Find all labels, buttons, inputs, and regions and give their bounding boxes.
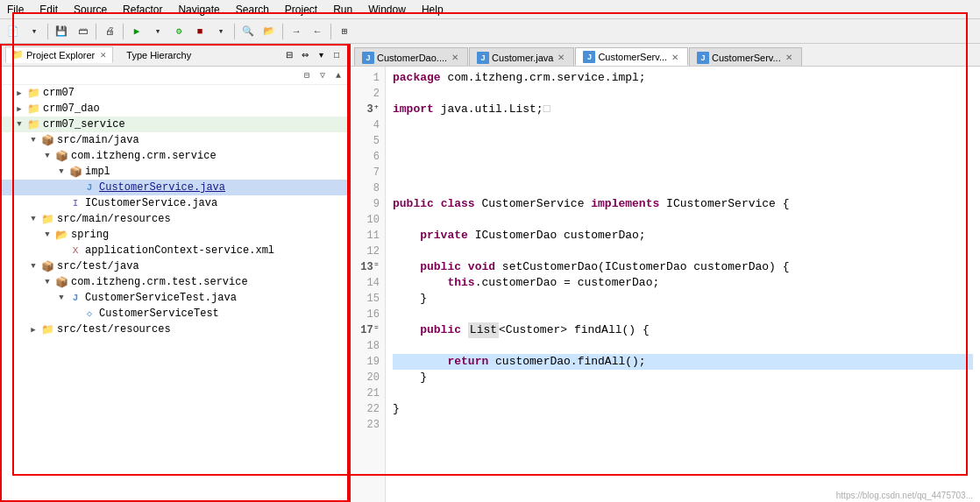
toolbar-save-all[interactable]: 🗃 [73, 22, 92, 41]
line-num-1: 1 [358, 70, 380, 86]
toolbar-new[interactable]: 📄 [4, 22, 23, 41]
tree-main[interactable]: ▶ 📁 crm07 ▶ 📁 crm07_dao ▼ 📁 crm07_servi [0, 85, 349, 502]
toolbar-debug[interactable]: ⚙ [169, 22, 188, 41]
tree-node-package-test[interactable]: ▼ 📦 com.itzheng.crm.test.service [0, 274, 349, 290]
expand-arrow[interactable]: ▼ [56, 166, 67, 177]
code-line-23 [393, 417, 973, 433]
tab-close-icon[interactable]: ✕ [450, 53, 460, 63]
close-icon[interactable]: ✕ [100, 51, 107, 60]
keyword-public: public [393, 196, 434, 212]
keyword-void: void [468, 259, 495, 275]
tab-close-icon[interactable]: ✕ [784, 53, 794, 63]
menu-edit[interactable]: Edit [36, 4, 61, 16]
expand-arrow[interactable]: ▼ [14, 119, 25, 130]
menu-run[interactable]: Run [330, 4, 356, 16]
code-text: java.util.List; [434, 102, 543, 117]
menu-window[interactable]: Window [365, 4, 409, 16]
toolbar-sep3 [123, 24, 124, 39]
code-line-5 [393, 133, 973, 149]
maximize-btn[interactable]: □ [330, 48, 344, 62]
tree-node-crm07[interactable]: ▶ 📁 crm07 [0, 85, 349, 101]
code-text: .customerDao = customerDao; [475, 275, 660, 291]
tree-node-src-test-resources[interactable]: ▶ 📁 src/test/resources [0, 322, 349, 337]
expand-arrow[interactable]: ▼ [28, 214, 39, 224]
tree-node-crm07-dao[interactable]: ▶ 📁 crm07_dao [0, 101, 349, 117]
toolbar-search-file[interactable]: 📂 [259, 22, 279, 41]
code-line-17: public List<Customer> findAll() { [393, 322, 973, 338]
tree-node-icustomer-service-java[interactable]: ▶ I ICustomerService.java [0, 195, 349, 211]
toolbar-stop[interactable]: ■ [190, 22, 209, 41]
toolbar-run-dropdown[interactable]: ▾ [148, 22, 167, 41]
tree-node-src-test-java[interactable]: ▼ 📦 src/test/java [0, 258, 349, 274]
expand-arrow[interactable]: ▼ [42, 277, 53, 287]
collapse-all-btn[interactable]: ⊟ [282, 48, 296, 62]
tree-node-package-service[interactable]: ▼ 📦 com.itzheng.crm.service [0, 148, 349, 164]
toolbar-open-type[interactable]: 🔍 [238, 22, 258, 41]
tree-node-spring[interactable]: ▼ 📂 spring [0, 227, 349, 243]
line-num-22: 22 [358, 401, 380, 417]
tree-collapse-btn[interactable]: ⊟ [300, 68, 314, 82]
line-num-6: 6 [358, 149, 380, 165]
editor-tab-customerserv-active[interactable]: J CustomerServ... ✕ [575, 47, 688, 66]
folder-icon: 📁 [40, 212, 54, 226]
tab-close-icon[interactable]: ✕ [556, 53, 566, 63]
code-area[interactable]: package com.itzheng.crm.service.impl; im… [386, 67, 980, 502]
code-text: ICustomerDao customerDao; [468, 228, 646, 244]
tab-project-explorer[interactable]: 📁 Project Explorer ✕ [5, 46, 113, 63]
code-line-18 [393, 338, 973, 354]
folder-icon: 📂 [54, 228, 68, 242]
tree-node-customer-service-test-class[interactable]: ▶ ◇ CustomerServiceTest [0, 306, 349, 322]
expand-arrow[interactable]: ▼ [42, 151, 53, 161]
toolbar-run[interactable]: ▶ [127, 22, 146, 41]
package-icon: 📦 [68, 165, 82, 179]
class-icon: ◇ [82, 307, 96, 321]
toolbar-sep6 [330, 24, 331, 39]
code-line-10 [393, 212, 973, 228]
expand-arrow[interactable]: ▶ [14, 88, 25, 98]
menu-project[interactable]: Project [281, 4, 321, 16]
package-icon: 📦 [54, 149, 68, 163]
tree-node-impl[interactable]: ▼ 📦 impl [0, 164, 349, 180]
editor-tab-customerserv2[interactable]: J CustomerServ... ✕ [689, 47, 802, 66]
tree-node-customer-service-java[interactable]: ▶ J CustomerService.java [0, 180, 349, 195]
expand-arrow[interactable]: ▶ [28, 324, 39, 335]
toolbar-next[interactable]: → [287, 22, 306, 41]
toolbar-print[interactable]: 🖨 [100, 22, 119, 41]
menu-file[interactable]: File [4, 4, 27, 16]
tab-type-hierarchy[interactable]: Type Hierarchy [120, 47, 197, 63]
tree-node-src-main-java[interactable]: ▼ 📦 src/main/java [0, 132, 349, 148]
tree-node-src-main-resources[interactable]: ▼ 📁 src/main/resources [0, 211, 349, 227]
toolbar-save[interactable]: 💾 [52, 22, 71, 41]
expand-arrow[interactable]: ▼ [42, 230, 53, 240]
left-panel: 📁 Project Explorer ✕ Type Hierarchy ⊟ ⇔ … [0, 44, 351, 502]
line-num-3: 3⁺ [358, 102, 380, 117]
toolbar-dropdown1[interactable]: ▾ [25, 22, 44, 41]
link-with-editor-btn[interactable]: ⇔ [298, 48, 312, 62]
menu-refactor[interactable]: Refactor [119, 4, 166, 16]
view-menu-btn[interactable]: ▾ [314, 48, 328, 62]
toolbar-stop-dropdown[interactable]: ▾ [211, 22, 231, 41]
code-line-1: package com.itzheng.crm.service.impl; [393, 70, 973, 86]
tree-scroll-up[interactable]: ▲ [331, 68, 345, 82]
toolbar-prev[interactable]: ← [308, 22, 327, 41]
tab-close-icon[interactable]: ✕ [670, 52, 680, 62]
expand-arrow[interactable]: ▼ [56, 293, 67, 303]
editor-tab-customerdao[interactable]: J CustomerDao.... ✕ [354, 47, 468, 66]
toolbar-perspectives[interactable]: ⊞ [335, 22, 354, 41]
tree-node-crm07-service[interactable]: ▼ 📁 crm07_service [0, 117, 349, 132]
toolbar: 📄 ▾ 💾 🗃 🖨 ▶ ▾ ⚙ ■ ▾ 🔍 📂 → ← ⊞ [0, 19, 980, 44]
code-editor[interactable]: 1 2 3⁺ 4 5 6 7 8 9 10 11 12 13⁼ 14 15 16… [351, 67, 980, 502]
tree-node-appcontext-xml[interactable]: ▶ X applicationContext-service.xml [0, 243, 349, 258]
tree-filter-btn[interactable]: ▽ [316, 68, 330, 82]
tree-label-src-test-resources: src/test/resources [57, 323, 171, 336]
expand-arrow[interactable]: ▼ [28, 261, 39, 272]
menu-source[interactable]: Source [70, 4, 110, 16]
menu-search[interactable]: Search [232, 4, 273, 16]
expand-arrow[interactable]: ▶ [14, 103, 25, 114]
expand-arrow[interactable]: ▼ [28, 135, 39, 145]
menu-navigate[interactable]: Navigate [174, 4, 223, 16]
editor-tab-customer[interactable]: J Customer.java ✕ [469, 47, 574, 66]
tree-label-package-test: com.itzheng.crm.test.service [71, 276, 248, 288]
tree-node-customer-service-test-java[interactable]: ▼ J CustomerServiceTest.java [0, 290, 349, 306]
menu-help[interactable]: Help [418, 4, 447, 16]
